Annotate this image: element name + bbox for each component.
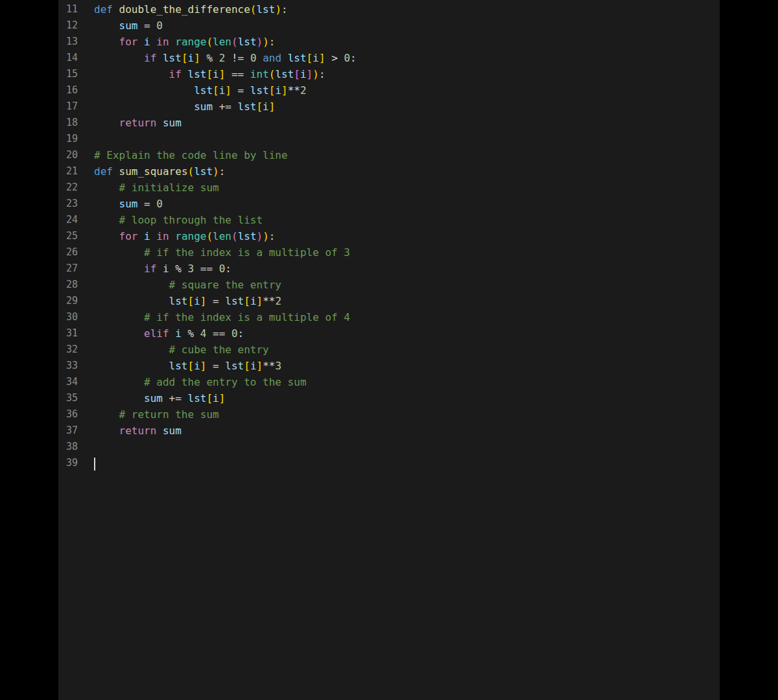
token-op: % (200, 52, 219, 64)
line-number[interactable]: 13 (58, 34, 78, 50)
token-vr: i (250, 360, 257, 372)
code-line-content[interactable]: if lst[i] % 2 != 0 and lst[i] > 0: (78, 50, 357, 66)
code-line[interactable]: 21def sum_squares(lst): (58, 163, 720, 180)
code-line-content[interactable]: # Explain the code line by line (78, 147, 288, 163)
code-line-content[interactable]: for i in range(len(lst)): (78, 228, 275, 244)
code-line[interactable]: 29 lst[i] = lst[i]**2 (58, 293, 720, 309)
token-b2: [ (294, 68, 300, 80)
code-line-content[interactable]: sum = 0 (78, 18, 163, 34)
line-number[interactable]: 14 (58, 50, 78, 66)
line-number[interactable]: 29 (58, 293, 78, 309)
token-b1: [ (256, 100, 263, 113)
line-number[interactable]: 22 (58, 180, 78, 196)
line-number[interactable]: 21 (58, 163, 78, 180)
token-b1: ] (219, 68, 226, 80)
code-line[interactable]: 37 return sum (58, 423, 720, 439)
code-line-content[interactable]: return sum (78, 115, 182, 131)
code-line-content[interactable] (78, 439, 94, 455)
code-line-content[interactable] (78, 455, 94, 471)
code-line-content[interactable]: # cube the entry (78, 342, 269, 358)
code-area[interactable]: 11def double_the_difference(lst):12 sum … (58, 0, 720, 471)
code-editor[interactable]: 11def double_the_difference(lst):12 sum … (58, 0, 720, 700)
code-line-content[interactable]: for i in range(len(lst)): (78, 34, 275, 50)
code-line[interactable]: 19 (58, 131, 720, 147)
code-line[interactable]: 11def double_the_difference(lst): (58, 1, 720, 18)
line-number[interactable]: 35 (58, 390, 78, 406)
code-line[interactable]: 35 sum += lst[i] (58, 390, 720, 406)
code-line-content[interactable]: # return the sum (78, 406, 219, 423)
line-number[interactable]: 19 (58, 131, 78, 147)
line-number[interactable]: 34 (58, 374, 78, 390)
code-line-content[interactable]: if lst[i] == int(lst[i]): (78, 66, 325, 82)
code-line-content[interactable]: sum += lst[i] (78, 99, 275, 115)
code-line[interactable]: 22 # initialize sum (58, 180, 720, 196)
code-line-content[interactable]: lst[i] = lst[i]**3 (78, 358, 281, 374)
code-line[interactable]: 20# Explain the code line by line (58, 147, 720, 163)
code-line-content[interactable]: # initialize sum (78, 180, 219, 196)
line-number[interactable]: 23 (58, 196, 78, 212)
code-line-content[interactable]: # loop through the list (78, 212, 263, 228)
line-number[interactable]: 30 (58, 309, 78, 325)
code-line-content[interactable]: return sum (78, 423, 182, 439)
code-line[interactable]: 25 for i in range(len(lst)): (58, 228, 720, 244)
token-op: == (206, 327, 231, 340)
code-line-content[interactable]: # if the index is a multiple of 3 (78, 244, 350, 261)
code-line[interactable]: 28 # square the entry (58, 277, 720, 293)
line-number[interactable]: 32 (58, 342, 78, 358)
line-number[interactable]: 38 (58, 439, 78, 455)
code-line[interactable]: 36 # return the sum (58, 406, 720, 423)
token-kw1: if (144, 52, 156, 64)
code-line[interactable]: 24 # loop through the list (58, 212, 720, 228)
code-line[interactable]: 33 lst[i] = lst[i]**3 (58, 358, 720, 374)
line-number[interactable]: 24 (58, 212, 78, 228)
code-line[interactable]: 23 sum = 0 (58, 196, 720, 212)
code-line-content[interactable]: elif i % 4 == 0: (78, 325, 244, 342)
line-number[interactable]: 27 (58, 261, 78, 277)
code-line[interactable]: 17 sum += lst[i] (58, 99, 720, 115)
line-number[interactable]: 20 (58, 147, 78, 163)
code-line[interactable]: 31 elif i % 4 == 0: (58, 325, 720, 342)
code-line[interactable]: 14 if lst[i] % 2 != 0 and lst[i] > 0: (58, 50, 720, 66)
code-line[interactable]: 16 lst[i] = lst[i]**2 (58, 82, 720, 99)
line-number[interactable]: 16 (58, 82, 78, 99)
code-line[interactable]: 38 (58, 439, 720, 455)
token-vr: lst (169, 360, 188, 372)
code-line[interactable]: 27 if i % 3 == 0: (58, 261, 720, 277)
line-number[interactable]: 28 (58, 277, 78, 293)
code-line[interactable]: 12 sum = 0 (58, 18, 720, 34)
code-line-content[interactable]: if i % 3 == 0: (78, 261, 231, 277)
line-number[interactable]: 36 (58, 406, 78, 423)
code-line-content[interactable]: def double_the_difference(lst): (78, 1, 288, 18)
code-line-content[interactable]: sum += lst[i] (78, 390, 225, 406)
code-line-content[interactable]: # if the index is a multiple of 4 (78, 309, 350, 325)
code-line-content[interactable]: # square the entry (78, 277, 281, 293)
line-number[interactable]: 11 (58, 1, 78, 18)
line-number[interactable]: 12 (58, 18, 78, 34)
line-number[interactable]: 39 (58, 455, 78, 471)
code-line[interactable]: 39 (58, 455, 720, 471)
code-line-content[interactable]: lst[i] = lst[i]**2 (78, 82, 307, 99)
code-line-content[interactable]: lst[i] = lst[i]**2 (78, 293, 281, 309)
code-line[interactable]: 34 # add the entry to the sum (58, 374, 720, 390)
line-number[interactable]: 33 (58, 358, 78, 374)
line-number[interactable]: 26 (58, 244, 78, 261)
line-number[interactable]: 15 (58, 66, 78, 82)
code-line[interactable]: 15 if lst[i] == int(lst[i]): (58, 66, 720, 82)
code-line-content[interactable] (78, 131, 94, 147)
token-vr: sum (163, 117, 182, 129)
token-vr: sum (163, 425, 182, 437)
line-number[interactable]: 25 (58, 228, 78, 244)
line-number[interactable]: 18 (58, 115, 78, 131)
code-line[interactable]: 30 # if the index is a multiple of 4 (58, 309, 720, 325)
line-number[interactable]: 37 (58, 423, 78, 439)
line-number[interactable]: 17 (58, 99, 78, 115)
code-line[interactable]: 32 # cube the entry (58, 342, 720, 358)
line-number[interactable]: 31 (58, 325, 78, 342)
code-line-content[interactable]: # add the entry to the sum (78, 374, 307, 390)
code-line[interactable]: 13 for i in range(len(lst)): (58, 34, 720, 50)
token-pl (150, 230, 157, 242)
code-line-content[interactable]: def sum_squares(lst): (78, 163, 225, 180)
code-line[interactable]: 18 return sum (58, 115, 720, 131)
code-line-content[interactable]: sum = 0 (78, 196, 163, 212)
code-line[interactable]: 26 # if the index is a multiple of 3 (58, 244, 720, 261)
